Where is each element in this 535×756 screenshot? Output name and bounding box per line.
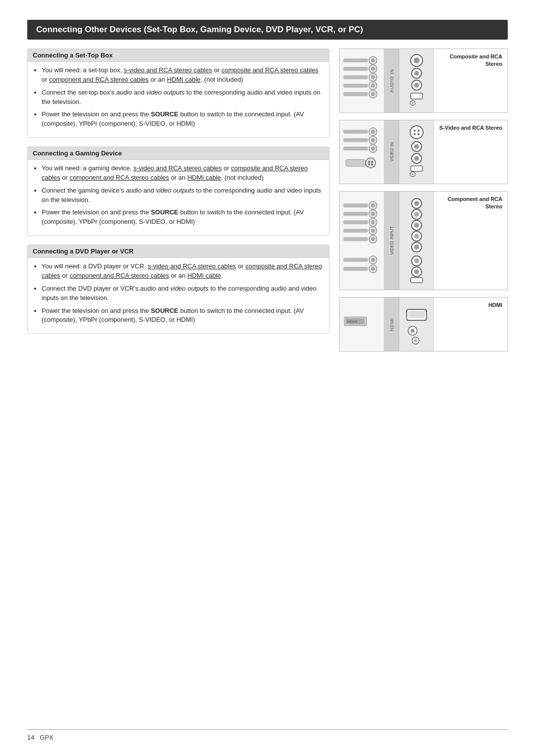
svg-rect-33 <box>346 159 366 166</box>
page-footer: 14 GPX <box>27 729 508 741</box>
svg-point-35 <box>368 161 370 163</box>
svg-point-93 <box>411 329 415 333</box>
set-top-box-list: You will need: a set-top box, s-video an… <box>33 66 324 129</box>
list-item: You will need: a DVD player or VCR, s-vi… <box>42 262 324 281</box>
svg-point-5 <box>371 67 375 71</box>
svg-point-81 <box>414 245 419 250</box>
svg-rect-27 <box>343 138 368 142</box>
list-item: Power the television on and press the SO… <box>42 306 324 325</box>
svg-rect-12 <box>343 92 368 96</box>
cable-link[interactable]: s-video and RCA stereo cables <box>124 66 212 74</box>
cable-link[interactable]: component and RCA stereo cables <box>69 272 169 279</box>
composite-diagram: AUDIO IN <box>339 49 508 113</box>
svideo-diagram: VIDEO IN <box>339 120 508 184</box>
composite-label: Composite and RCA Stereo <box>436 53 502 68</box>
svg-point-50 <box>412 173 414 175</box>
svg-point-73 <box>414 201 419 206</box>
svg-point-62 <box>371 229 375 233</box>
hdmi-bar: HDMI <box>384 298 399 351</box>
list-item: Connect the set-top box's audio and vide… <box>42 88 324 107</box>
dvd-vcr-list: You will need: a DVD player or VCR, s-vi… <box>33 262 324 325</box>
cable-link[interactable]: HDMI cable <box>187 174 221 181</box>
cable-link[interactable]: component and RCA stereo cables <box>49 76 149 83</box>
svg-point-75 <box>414 212 419 217</box>
svg-rect-6 <box>343 75 368 79</box>
svg-rect-30 <box>343 147 368 151</box>
svg-point-14 <box>371 92 375 96</box>
svg-rect-21 <box>411 93 423 99</box>
list-item: Power the television on and press the SO… <box>42 208 324 227</box>
component-diagram: VIDEO INPUT <box>339 191 508 290</box>
cable-link[interactable]: composite and RCA stereo cables <box>221 66 319 74</box>
cable-link[interactable]: s-video and RCA stereo cables <box>148 262 236 270</box>
svg-rect-54 <box>343 212 368 216</box>
svideo-bar: VIDEO IN <box>384 120 399 184</box>
svg-point-40 <box>414 130 416 132</box>
dvd-vcr-section: Connecting a DVD Player or VCR You will … <box>27 245 329 334</box>
svg-rect-0 <box>343 58 368 62</box>
svg-point-41 <box>418 130 420 132</box>
component-ports <box>399 192 434 290</box>
svg-point-37 <box>368 163 370 165</box>
hdmi-label: HDMI <box>488 302 502 309</box>
svg-point-42 <box>414 133 416 135</box>
svg-point-95 <box>414 339 417 342</box>
svg-rect-51 <box>343 203 368 207</box>
left-column: Connecting a Set-Top Box You will need: … <box>27 49 329 343</box>
svg-rect-48 <box>411 166 423 171</box>
cable-link[interactable]: s-video and RCA stereo cables <box>133 164 221 172</box>
list-item: Connect the gaming device's audio and vi… <box>42 186 324 205</box>
svg-point-39 <box>410 126 423 139</box>
svg-point-11 <box>371 84 375 88</box>
svg-point-79 <box>414 234 419 239</box>
composite-cable-svg <box>343 56 380 105</box>
hdmi-cables: HDMI <box>340 298 384 351</box>
svideo-bar-text: VIDEO IN <box>389 142 394 162</box>
svg-point-43 <box>418 133 420 135</box>
svg-rect-60 <box>343 229 368 233</box>
svg-rect-86 <box>411 278 423 283</box>
gaming-device-section: Connecting a Gaming Device You will need… <box>27 147 329 236</box>
svg-rect-91 <box>408 311 425 318</box>
component-cable-svg <box>343 201 380 280</box>
svg-rect-24 <box>343 130 368 134</box>
svg-point-71 <box>371 267 375 271</box>
svg-point-83 <box>414 258 419 263</box>
cable-link[interactable]: HDMI cable <box>167 76 201 83</box>
list-item: You will need: a set-top box, s-video an… <box>42 66 324 85</box>
set-top-box-body: You will need: a set-top box, s-video an… <box>28 62 329 137</box>
main-layout: Connecting a Set-Top Box You will need: … <box>27 49 508 358</box>
svg-point-32 <box>371 147 375 151</box>
svg-rect-3 <box>343 67 368 71</box>
hdmi-ports-svg <box>402 302 431 347</box>
svideo-label-area: S-Video and RCA Stereo <box>434 120 507 184</box>
svg-point-56 <box>371 212 375 216</box>
cable-link[interactable]: HDMI cable <box>187 272 221 279</box>
svg-point-53 <box>371 203 375 207</box>
svg-point-16 <box>414 57 420 63</box>
svg-point-65 <box>371 237 375 241</box>
hdmi-bar-text: HDMI <box>389 318 394 331</box>
component-label: Component and RCA Stereo <box>436 196 502 211</box>
footer-page-number: 14 GPX <box>27 734 54 741</box>
composite-ports <box>399 49 434 112</box>
svg-point-68 <box>371 258 375 262</box>
composite-bar: AUDIO IN <box>384 49 399 112</box>
svg-point-20 <box>414 83 419 88</box>
svideo-ports <box>399 120 434 184</box>
svg-point-18 <box>414 71 419 76</box>
composite-cables <box>340 49 384 112</box>
svg-point-23 <box>412 102 414 104</box>
set-top-box-section: Connecting a Set-Top Box You will need: … <box>27 49 329 138</box>
page-title: Connecting Other Devices (Set-Top Box, G… <box>36 25 363 34</box>
cable-link[interactable]: component and RCA stereo cables <box>69 174 169 181</box>
dvd-vcr-title: Connecting a DVD Player or VCR <box>28 245 329 258</box>
hdmi-ports <box>399 298 434 351</box>
component-bar-text: VIDEO INPUT <box>389 226 394 255</box>
composite-bar-text: AUDIO IN <box>389 69 394 93</box>
list-item: Power the television on and press the SO… <box>42 110 324 129</box>
svg-rect-66 <box>343 258 368 262</box>
svg-text:HDMI: HDMI <box>347 319 357 324</box>
gaming-device-title: Connecting a Gaming Device <box>28 147 329 160</box>
svg-rect-63 <box>343 237 368 241</box>
